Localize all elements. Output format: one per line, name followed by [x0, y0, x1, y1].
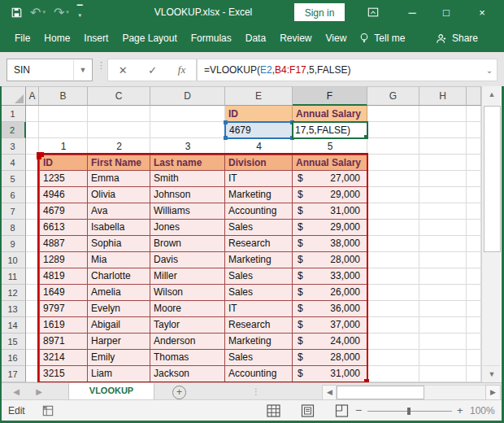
cell[interactable]: [419, 138, 467, 155]
row-header-4[interactable]: 4: [0, 155, 26, 171]
cell[interactable]: [467, 155, 481, 171]
cell[interactable]: [367, 236, 419, 252]
cell[interactable]: [467, 171, 481, 187]
cell[interactable]: [419, 187, 467, 203]
cell[interactable]: [419, 155, 467, 171]
cell[interactable]: [367, 187, 419, 203]
fill-handle[interactable]: [364, 135, 368, 139]
cell[interactable]: [467, 317, 481, 334]
sheet-nav-right-icon[interactable]: ▶: [31, 383, 47, 400]
scroll-up-icon[interactable]: ▲: [483, 86, 501, 102]
cell[interactable]: [419, 317, 467, 334]
row-header-1[interactable]: 1: [0, 106, 26, 122]
reference-handle[interactable]: [224, 120, 228, 124]
cell[interactable]: [367, 334, 419, 350]
cell[interactable]: [419, 301, 467, 317]
cell[interactable]: [467, 203, 481, 220]
redo-dropdown-icon[interactable]: ▾: [66, 9, 69, 15]
cell[interactable]: [467, 187, 481, 203]
row-header-5[interactable]: 5: [0, 171, 26, 187]
insert-function-icon[interactable]: fx: [178, 63, 185, 76]
cell[interactable]: [467, 350, 481, 366]
cell[interactable]: [367, 122, 419, 138]
cell[interactable]: [419, 252, 467, 268]
row-header-13[interactable]: 13: [0, 301, 26, 317]
cell[interactable]: [367, 171, 419, 187]
cell-E2-reference[interactable]: 4679: [224, 121, 293, 139]
row-header-15[interactable]: 15: [0, 334, 26, 350]
formula-input[interactable]: =VLOOKUP(E2,B4:F17,5,FALSE) ⌄: [197, 59, 497, 81]
cell[interactable]: [367, 366, 419, 382]
column-header-E[interactable]: E: [225, 86, 293, 106]
cell[interactable]: [367, 138, 419, 155]
cell[interactable]: [150, 106, 225, 122]
cell[interactable]: [26, 122, 39, 138]
horizontal-scrollbar[interactable]: [336, 385, 486, 400]
cell[interactable]: [150, 122, 225, 138]
cell[interactable]: [419, 268, 467, 285]
row-header-14[interactable]: 14: [0, 317, 26, 334]
ribbon-tab-review[interactable]: Review: [280, 33, 311, 44]
cell[interactable]: [419, 350, 467, 366]
row-header-3[interactable]: 3: [0, 138, 26, 155]
row-header-7[interactable]: 7: [0, 203, 26, 220]
cell[interactable]: [467, 106, 481, 122]
row-header-6[interactable]: 6: [0, 187, 26, 203]
expand-formula-bar-icon[interactable]: ⌄: [482, 66, 497, 75]
cell[interactable]: [419, 106, 467, 122]
cell[interactable]: [367, 155, 419, 171]
range-handle[interactable]: [37, 155, 41, 159]
cell[interactable]: [367, 220, 419, 236]
cell[interactable]: [419, 171, 467, 187]
cell[interactable]: [419, 122, 467, 138]
minimize-icon[interactable]: ─: [402, 0, 423, 24]
formula-bar-splitter[interactable]: ⋮: [97, 60, 106, 71]
undo-icon[interactable]: ↶▾: [30, 5, 46, 20]
cell[interactable]: [467, 285, 481, 301]
cell[interactable]: [88, 122, 150, 138]
horizontal-scroll-thumb[interactable]: [337, 386, 424, 399]
close-icon[interactable]: ×: [471, 0, 493, 24]
sign-in-button[interactable]: Sign in: [294, 3, 345, 21]
row-header-8[interactable]: 8: [0, 220, 26, 236]
scroll-down-icon[interactable]: ▼: [483, 365, 501, 382]
cell[interactable]: [367, 317, 419, 334]
customize-quick-access-icon[interactable]: ▔▾: [77, 7, 83, 17]
zoom-slider-thumb[interactable]: [407, 408, 411, 415]
row-header-11[interactable]: 11: [0, 268, 26, 285]
row-header-12[interactable]: 12: [0, 285, 26, 301]
cell[interactable]: [419, 236, 467, 252]
maximize-icon[interactable]: □: [436, 0, 457, 24]
cell[interactable]: [367, 350, 419, 366]
undo-dropdown-icon[interactable]: ▾: [42, 9, 46, 15]
row-header-17[interactable]: 17: [0, 366, 26, 382]
page-layout-view-icon[interactable]: [301, 404, 315, 417]
row-header-16[interactable]: 16: [0, 350, 26, 366]
ribbon-tab-page-layout[interactable]: Page Layout: [122, 33, 176, 44]
name-box[interactable]: SIN ▼: [7, 59, 93, 81]
column-header-A[interactable]: A: [26, 86, 39, 106]
save-icon[interactable]: [11, 7, 22, 18]
cell[interactable]: [419, 285, 467, 301]
column-header-B[interactable]: B: [39, 86, 88, 106]
cell[interactable]: [367, 203, 419, 220]
page-break-preview-icon[interactable]: [335, 404, 349, 417]
cell[interactable]: [367, 252, 419, 268]
normal-view-icon[interactable]: [267, 404, 280, 417]
sheet-nav-left-icon[interactable]: ◀: [8, 383, 24, 400]
cell[interactable]: [367, 285, 419, 301]
column-header-C[interactable]: C: [88, 86, 150, 106]
column-header-D[interactable]: D: [150, 86, 225, 106]
cell-E1[interactable]: ID: [225, 106, 293, 122]
cell[interactable]: [88, 106, 150, 122]
ribbon-tab-insert[interactable]: Insert: [84, 33, 108, 44]
tabbar-splitter[interactable]: ⋮: [252, 383, 260, 400]
ribbon-tab-formulas[interactable]: Formulas: [191, 33, 232, 44]
cell[interactable]: [419, 334, 467, 350]
cell[interactable]: [467, 122, 481, 138]
cell[interactable]: [367, 301, 419, 317]
cell[interactable]: [467, 236, 481, 252]
cell[interactable]: [26, 106, 39, 122]
select-all-button[interactable]: [0, 86, 26, 106]
redo-icon[interactable]: ↷▾: [54, 5, 69, 20]
